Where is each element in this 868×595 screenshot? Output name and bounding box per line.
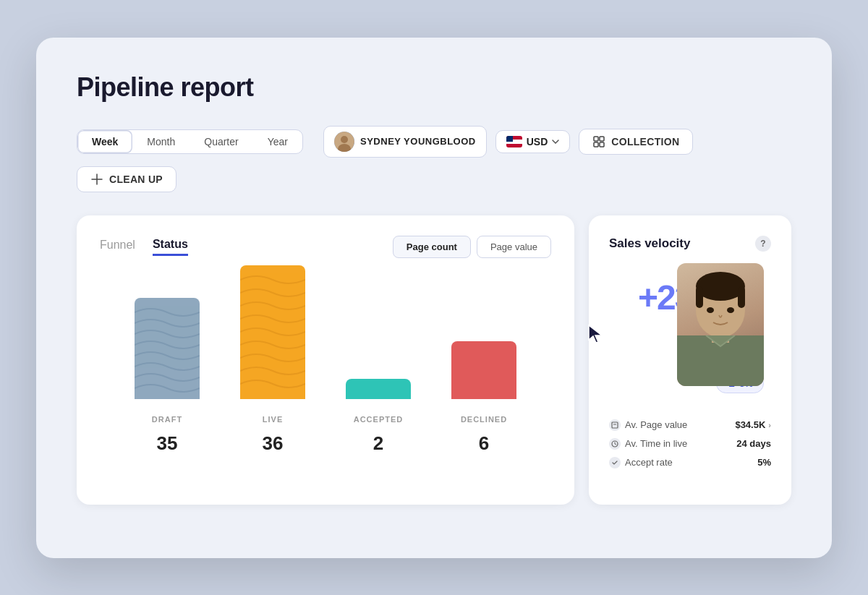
person-avatar xyxy=(677,263,764,386)
svg-rect-6 xyxy=(600,142,604,147)
svg-rect-15 xyxy=(738,286,745,308)
velocity-metrics: Av. Page value $34.5K › Av. Time in live xyxy=(609,419,771,468)
metric-label-accept-rate: Accept rate xyxy=(609,457,673,468)
svg-point-1 xyxy=(341,136,348,143)
bar-group-accepted: ACCEPTED 2 xyxy=(346,226,411,455)
bar-draft xyxy=(135,298,200,399)
chevron-right-icon: › xyxy=(768,421,771,429)
bar-live-texture xyxy=(240,265,305,399)
bar-value-accepted: 2 xyxy=(373,432,383,455)
svg-rect-3 xyxy=(594,137,598,141)
bar-label-draft: DRAFT xyxy=(152,415,182,424)
bar-label-accepted: ACCEPTED xyxy=(354,415,404,424)
bar-value-live: 36 xyxy=(263,432,284,455)
cleanup-button[interactable]: CLEAN UP xyxy=(77,166,176,192)
metric-row-accept-rate: Accept rate 5% xyxy=(609,457,771,468)
cursor-icon xyxy=(587,324,605,344)
clock-icon xyxy=(609,438,621,450)
bar-wrap-live xyxy=(240,226,305,399)
metric-value-page-value: $34.5K › xyxy=(735,419,771,430)
page-title: Pipeline report xyxy=(77,72,791,103)
user-name: SYDNEY YOUNGBLOOD xyxy=(360,136,476,147)
bar-wrap-accepted xyxy=(346,226,411,399)
bar-label-declined: DECLINED xyxy=(461,415,507,424)
bar-live xyxy=(240,265,305,399)
metric-row-time-live: Av. Time in live 24 days xyxy=(609,438,771,450)
cursor-arrow xyxy=(587,324,605,347)
chart-panel: Funnel Status Page count Page value xyxy=(77,215,574,505)
metric-label-text-accept-rate: Accept rate xyxy=(625,457,673,468)
metric-row-page-value: Av. Page value $34.5K › xyxy=(609,419,771,431)
velocity-title: Sales velocity xyxy=(609,236,690,251)
bar-declined xyxy=(451,341,516,399)
app-container: Pipeline report Week Month Quarter Year … xyxy=(36,38,832,558)
period-quarter-button[interactable]: Quarter xyxy=(190,130,252,153)
bar-wrap-draft xyxy=(135,226,200,399)
period-group: Week Month Quarter Year xyxy=(77,129,303,154)
svg-rect-18 xyxy=(612,422,618,428)
bar-value-declined: 6 xyxy=(479,432,489,455)
velocity-main: +23,678 ▲ 5% xyxy=(609,263,771,408)
bar-wrap-declined xyxy=(451,226,516,399)
cleanup-icon xyxy=(90,173,103,186)
check-icon xyxy=(609,457,621,468)
svg-point-16 xyxy=(707,307,714,313)
svg-rect-14 xyxy=(696,286,703,308)
bar-group-draft: DRAFT 35 xyxy=(135,226,200,455)
metric-label-time-live: Av. Time in live xyxy=(609,438,687,450)
metric-label-text-time-live: Av. Time in live xyxy=(625,438,687,449)
person-photo xyxy=(677,263,764,386)
user-chip[interactable]: SYDNEY YOUNGBLOOD xyxy=(323,126,487,158)
metric-value-time-live: 24 days xyxy=(736,438,771,449)
page-icon xyxy=(609,419,621,431)
bar-draft-texture xyxy=(135,298,200,399)
flag-icon xyxy=(506,136,522,147)
avatar-image xyxy=(334,132,354,152)
currency-chip[interactable]: USD xyxy=(495,130,571,153)
svg-point-17 xyxy=(727,307,734,313)
collection-label: COLLECTION xyxy=(611,136,679,147)
velocity-panel: Sales velocity ? xyxy=(589,215,791,505)
help-icon[interactable]: ? xyxy=(755,236,771,252)
avatar xyxy=(334,132,354,152)
metric-value-accept-rate: 5% xyxy=(757,457,771,468)
period-year-button[interactable]: Year xyxy=(253,130,302,153)
svg-rect-4 xyxy=(600,137,604,141)
collection-icon xyxy=(592,135,605,148)
bar-value-draft: 35 xyxy=(157,432,178,455)
currency-code: USD xyxy=(527,136,548,147)
metric-label-text-page-value: Av. Page value xyxy=(625,419,687,430)
svg-line-22 xyxy=(615,444,616,445)
velocity-header: Sales velocity ? xyxy=(609,236,771,252)
metric-label-page-value: Av. Page value xyxy=(609,419,687,431)
main-content: Funnel Status Page count Page value xyxy=(77,215,791,505)
toolbar: Week Month Quarter Year SYDNEY YOUNGBLOO… xyxy=(77,126,791,192)
bar-label-live: LIVE xyxy=(263,415,283,424)
bar-accepted xyxy=(346,379,411,399)
bars-container: DRAFT 35 xyxy=(100,281,551,455)
period-month-button[interactable]: Month xyxy=(132,130,190,153)
period-week-button[interactable]: Week xyxy=(77,130,132,153)
bar-group-declined: DECLINED 6 xyxy=(451,226,516,455)
svg-rect-5 xyxy=(594,142,598,147)
collection-button[interactable]: COLLECTION xyxy=(579,129,693,155)
bar-group-live: LIVE 36 xyxy=(240,226,305,455)
svg-point-13 xyxy=(696,272,745,301)
cleanup-label: CLEAN UP xyxy=(109,174,163,185)
chevron-down-icon xyxy=(552,140,559,144)
svg-marker-9 xyxy=(589,325,602,343)
tab-funnel[interactable]: Funnel xyxy=(100,239,135,254)
